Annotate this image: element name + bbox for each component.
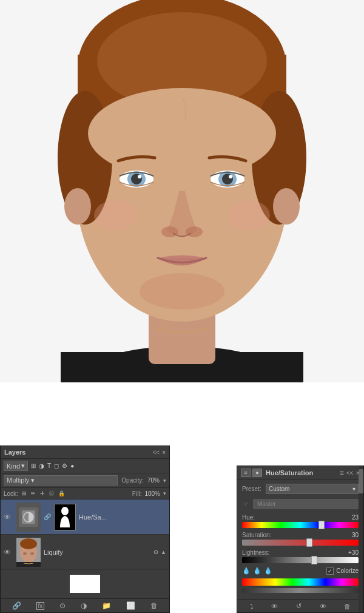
channel-finger-icon[interactable]: ☞ — [242, 500, 251, 509]
lightness-label: Lightness: — [242, 549, 270, 556]
lock-move-icon[interactable]: ✛ — [39, 490, 46, 497]
props-delete-icon[interactable]: 🗑 — [344, 603, 351, 610]
properties-panel-header: ≡ ● Hue/Saturation ≡ << × — [237, 466, 363, 480]
smart-object-icon: ⊙ — [153, 549, 158, 555]
colorize-label: Colorize — [336, 567, 359, 574]
layers-panel-controls: << × — [152, 449, 166, 456]
layers-collapse-button[interactable]: << — [152, 449, 160, 456]
saturation-thumb[interactable] — [306, 538, 312, 547]
hue-label-row: Hue: 23 — [242, 514, 359, 521]
properties-body: Preset: Custom ▾ ☞ Master Hue: 23 — [237, 480, 363, 599]
create-group-icon[interactable]: 📁 — [102, 601, 111, 610]
layer-name-liquify: Liquify — [44, 549, 150, 556]
svg-point-10 — [88, 88, 276, 179]
svg-point-20 — [229, 175, 232, 178]
blend-mode-dropdown[interactable]: Multiply ▾ — [4, 475, 118, 486]
eyedropper-set-icon[interactable]: 💧 — [242, 567, 251, 575]
opacity-chevron: ▾ — [163, 478, 166, 484]
properties-collapse-button[interactable]: << — [346, 470, 354, 476]
saturation-label-row: Saturation: 30 — [242, 532, 359, 538]
properties-controls: ≡ << × — [340, 469, 360, 477]
props-prev-icon[interactable]: 👁 — [320, 603, 326, 610]
layer-visibility-eye-1[interactable]: 👁 — [4, 513, 13, 521]
preset-chevron: ▾ — [352, 486, 356, 492]
props-eye-icon[interactable]: 👁 — [271, 603, 278, 610]
lock-artboard-icon[interactable]: ⊡ — [49, 490, 55, 497]
delete-layer-icon[interactable]: 🗑 — [150, 601, 158, 610]
blend-mode-value: Multiply — [7, 476, 29, 484]
kind-dropdown[interactable]: Kind ▾ — [4, 461, 28, 471]
properties-tab-2[interactable]: ● — [252, 469, 262, 477]
svg-point-16 — [138, 175, 141, 178]
kind-label: Kind — [7, 462, 20, 470]
properties-tab-1[interactable]: ≡ — [241, 469, 251, 477]
saturation-track[interactable] — [242, 540, 359, 546]
svg-point-22 — [186, 226, 203, 237]
shape-filter-icon[interactable]: ◻ — [53, 462, 59, 470]
colorize-row: 💧 💧 💧 ✓ Colorize — [242, 567, 359, 575]
rainbow-bar-display — [242, 578, 359, 586]
layer-link-icon: 🔗 — [44, 513, 51, 520]
layer-row-liquify[interactable]: 👁 Liquify ⊙ ▲ — [1, 535, 169, 570]
layer-chevron[interactable]: ▲ — [161, 549, 166, 555]
svg-point-21 — [161, 226, 178, 237]
props-clip-icon[interactable]: ⤵ — [250, 603, 254, 610]
channel-dropdown[interactable]: Master — [253, 499, 359, 509]
adjustment-filter-icon[interactable]: ◑ — [38, 462, 45, 470]
hue-label: Hue: — [242, 514, 255, 521]
lock-edit-icon[interactable]: ✏ — [30, 490, 36, 497]
lock-fill-row: Lock: ⊞ ✏ ✛ ⊡ 🔒 Fill: 100% ▾ — [1, 488, 169, 500]
layers-panel-title: Layers — [4, 449, 25, 456]
lightness-slider-row: Lightness: +30 — [242, 549, 359, 563]
properties-panel: ≡ ● Hue/Saturation ≡ << × Preset: Custom… — [237, 466, 364, 613]
channel-placeholder: Master — [257, 501, 276, 507]
add-mask-icon[interactable]: ⊙ — [59, 601, 66, 610]
lock-pixels-icon[interactable]: ⊞ — [21, 490, 27, 497]
link-layers-icon[interactable]: 🔗 — [12, 601, 21, 610]
layers-bottom-toolbar: 🔗 fx ⊙ ◑ 📁 ⬜ 🗑 — [1, 598, 169, 612]
svg-point-11 — [64, 188, 91, 225]
fill-label: Fill: — [132, 490, 142, 497]
svg-point-31 — [20, 538, 37, 549]
layer-visibility-eye-2[interactable]: 👁 — [4, 548, 13, 557]
layer-extra-icons: ⊙ ▲ — [153, 549, 166, 555]
layer-row-hue-saturation[interactable]: 👁 🔗 Hue/Sa... — [1, 500, 169, 535]
add-adjustment-icon[interactable]: ◑ — [81, 601, 87, 610]
properties-scrollbar[interactable] — [359, 466, 363, 612]
lightness-thumb[interactable] — [311, 556, 317, 564]
preset-row: Preset: Custom ▾ — [242, 484, 359, 494]
preset-value: Custom — [269, 486, 289, 492]
properties-menu-icon[interactable]: ≡ — [340, 469, 344, 477]
smart-filter-icon[interactable]: ⚙ — [61, 462, 68, 470]
layer-name-hue-saturation: Hue/Sa... — [79, 513, 166, 521]
hue-track[interactable] — [242, 522, 359, 528]
liquify-layer-thumb — [16, 538, 41, 567]
svg-rect-34 — [16, 562, 41, 567]
props-reset-icon[interactable]: ↺ — [296, 602, 302, 610]
saturation-value: 30 — [352, 532, 359, 538]
lock-all-icon[interactable]: 🔒 — [58, 490, 66, 497]
eyedropper-sub-icon[interactable]: 💧 — [264, 567, 272, 575]
check-mark: ✓ — [328, 568, 332, 574]
opacity-label: Opacity: — [121, 477, 144, 484]
extra-filter-icon[interactable]: ● — [70, 462, 75, 470]
eyedropper-add-icon[interactable]: 💧 — [253, 567, 261, 575]
gray-color-bar — [242, 588, 359, 593]
properties-scroll-thumb[interactable] — [359, 469, 363, 493]
svg-point-32 — [23, 552, 27, 555]
create-layer-icon[interactable]: ⬜ — [126, 601, 135, 610]
pixel-filter-icon[interactable]: ⊞ — [30, 462, 36, 470]
preset-label: Preset: — [242, 486, 263, 492]
hue-thumb[interactable] — [318, 521, 325, 529]
type-filter-icon[interactable]: T — [47, 462, 52, 470]
saturation-label: Saturation: — [242, 532, 271, 538]
layers-close-button[interactable]: × — [162, 449, 166, 456]
fx-icon[interactable]: fx — [36, 602, 45, 610]
colorize-check-row: ✓ Colorize — [326, 567, 359, 575]
white-box-row — [1, 570, 169, 598]
preset-dropdown[interactable]: Custom ▾ — [266, 484, 359, 494]
layers-panel: Layers << × Kind ▾ ⊞ ◑ T ◻ ⚙ ● Multiply … — [0, 445, 170, 613]
colorize-checkbox[interactable]: ✓ — [326, 567, 334, 575]
lightness-track[interactable] — [242, 557, 359, 563]
svg-point-24 — [228, 200, 270, 231]
